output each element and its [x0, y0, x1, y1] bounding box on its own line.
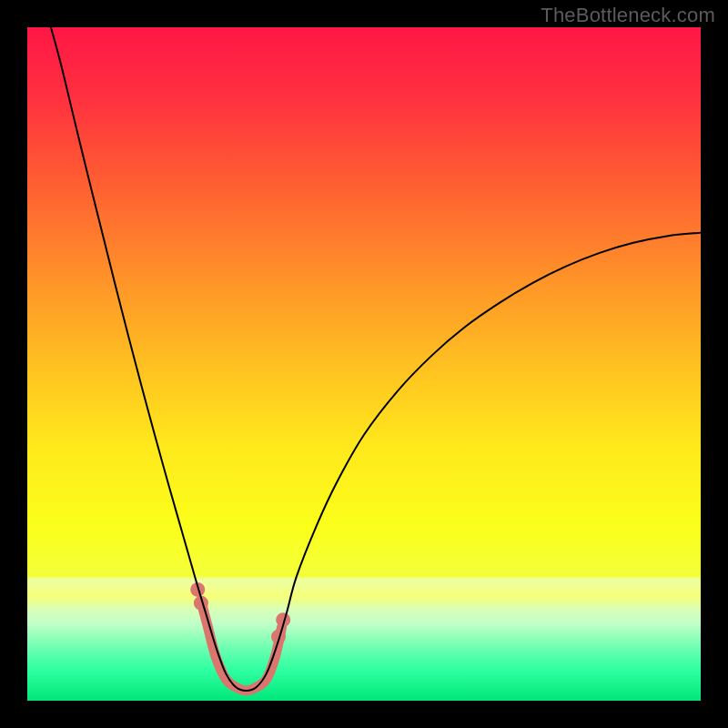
optimal-range-highlight [201, 601, 282, 690]
plot-area [27, 27, 701, 701]
curve-layer [27, 27, 701, 701]
chart-frame: TheBottleneck.com [0, 0, 728, 728]
bottleneck-curve [51, 27, 701, 691]
watermark-text: TheBottleneck.com [541, 4, 715, 27]
